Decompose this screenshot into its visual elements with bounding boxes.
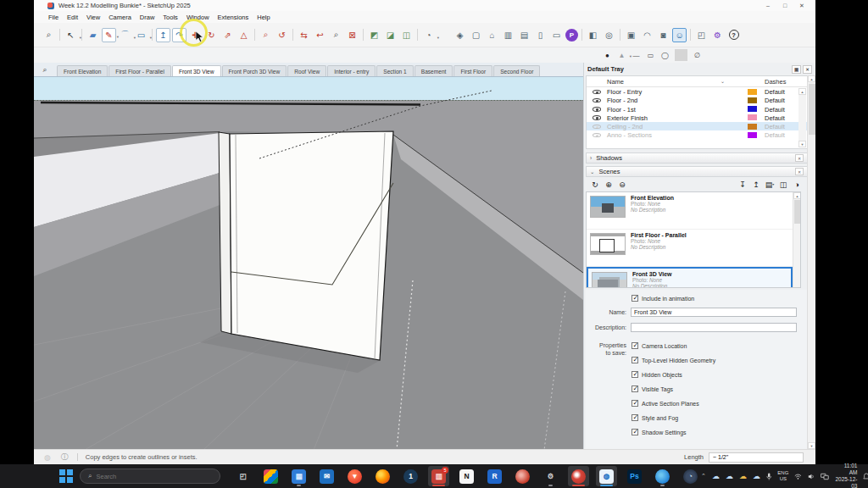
pushpull-tool-icon[interactable]: ↥ [156, 28, 170, 42]
scenes-close-button[interactable]: ✕ [795, 168, 804, 175]
record-camera-icon[interactable]: ▣ [624, 28, 638, 42]
predesign-icon[interactable]: P [565, 29, 578, 42]
save-property-checkbox[interactable] [632, 414, 638, 421]
tag-row[interactable]: Anno - Sections Default [587, 130, 807, 139]
save-property-checkbox[interactable] [632, 400, 638, 407]
tag-color-swatch[interactable] [748, 124, 757, 130]
zoom-extents-tool-icon[interactable]: ⊠ [345, 28, 359, 42]
style-rect-icon[interactable]: ▭ [644, 49, 657, 61]
scene-tab[interactable]: Front Elevation [57, 65, 108, 76]
zoom-previous-tool-icon[interactable]: ↩ [313, 28, 327, 42]
tray-pin-button[interactable]: ▣ [792, 65, 801, 74]
tray-close-button[interactable]: ✕ [803, 65, 812, 74]
component-box-icon[interactable]: ◧ [586, 28, 600, 42]
save-property-checkbox[interactable] [632, 371, 638, 378]
menu-item[interactable]: Edit [63, 12, 82, 23]
geolocation-icon[interactable]: ◍ [44, 453, 51, 462]
blue-tile-app-icon[interactable]: ▦ [288, 466, 309, 486]
update-scene-button[interactable]: ↻ [589, 179, 601, 190]
dark-circle-app-icon[interactable]: ◔ [680, 466, 701, 486]
add-location-tool-icon[interactable]: ◔ [421, 28, 436, 42]
settings-gear-icon[interactable]: ⚙ [540, 466, 561, 486]
save-property-checkbox[interactable] [632, 385, 638, 392]
style-circle-icon[interactable]: ◯ [659, 49, 671, 61]
save-property-row[interactable]: Top-Level Hidden Geometry [632, 357, 715, 363]
menu-item[interactable]: Camera [104, 12, 136, 23]
eraser-tool-icon[interactable]: ▰ [86, 28, 100, 42]
arc-tool-icon[interactable]: ⌒ [118, 28, 132, 42]
menu-item[interactable]: Extensions [214, 12, 253, 23]
target-icon[interactable]: ◎ [602, 28, 616, 42]
view-left-icon[interactable]: ▯ [533, 28, 548, 42]
red-swirl-app-icon[interactable] [512, 466, 533, 486]
scroll-up-icon[interactable]: ▲ [808, 75, 815, 82]
style-cone-icon[interactable]: ▲ [615, 49, 628, 61]
scene-tab[interactable]: Front Porch 3D View [222, 65, 287, 76]
scrollbar-thumb[interactable] [809, 84, 815, 135]
revit-icon[interactable]: R [484, 466, 505, 486]
separator[interactable] [690, 29, 691, 41]
menu-item[interactable]: File [44, 12, 63, 23]
save-property-row[interactable]: Style and Fog [632, 414, 678, 421]
view-top-icon[interactable]: ▢ [469, 28, 483, 42]
tag-color-swatch[interactable] [748, 132, 757, 138]
visibility-eye-icon[interactable] [593, 107, 601, 112]
menu-item[interactable]: Tools [159, 12, 182, 23]
separator[interactable] [59, 29, 60, 41]
scroll-up-icon[interactable]: ▲ [793, 192, 801, 199]
scroll-up-icon[interactable]: ▲ [798, 88, 806, 95]
view-iso-icon[interactable]: ◈ [453, 28, 467, 42]
warehouse-3d-icon[interactable]: ◰ [694, 28, 709, 42]
tray-scrollbar[interactable]: ▲ ▼ [807, 75, 815, 449]
chevron-right-icon[interactable]: › [590, 155, 592, 161]
scene-tab[interactable]: Interior - entry [327, 65, 376, 76]
cast-screens-icon[interactable] [821, 473, 829, 480]
model-viewport[interactable] [34, 77, 583, 449]
tags-scrollbar[interactable]: ▲ ▼ [798, 88, 806, 147]
clock[interactable]: 11:01 AM 2025-12-03 [835, 463, 858, 488]
scene-tab[interactable]: Basement [415, 65, 453, 76]
ai-assistant-icon[interactable]: ☺ [672, 28, 687, 42]
save-property-checkbox[interactable] [632, 429, 638, 435]
taskbar-search[interactable]: ⌕ [80, 469, 220, 484]
view-bottom-icon[interactable]: ▭ [549, 28, 564, 42]
scene-tab[interactable]: First Floor - Parallel [108, 65, 171, 76]
language-indicator[interactable]: ENGUS [777, 470, 788, 482]
separator[interactable] [292, 29, 293, 41]
scene-list-item[interactable]: Front Elevation Photo: None No Descripti… [587, 192, 793, 230]
visibility-eye-icon[interactable] [593, 90, 601, 95]
separator[interactable] [581, 29, 582, 41]
cloud-icon[interactable]: ☁ [753, 472, 760, 480]
photoshop-icon[interactable]: Ps [624, 466, 645, 486]
separator[interactable] [363, 29, 364, 41]
tag-row[interactable]: Floor - 2nd Default [587, 96, 807, 104]
tag-color-swatch[interactable] [748, 114, 757, 120]
spacer[interactable] [437, 28, 451, 42]
separator[interactable] [152, 29, 153, 41]
shadows-panel-header[interactable]: › Shadows ✕ [586, 152, 808, 164]
blue-globe-app-icon[interactable]: ◍ [596, 466, 617, 486]
outlook-icon[interactable]: ✉ [316, 466, 337, 486]
notion-icon[interactable]: N [456, 466, 477, 486]
pan-tool-icon[interactable]: ⇆ [297, 28, 311, 42]
help-icon[interactable]: ? [726, 28, 741, 42]
select-tool-icon[interactable]: ↖ [64, 28, 78, 42]
extension-warehouse-icon[interactable]: ⚙ [710, 28, 725, 42]
style-line-icon[interactable]: — [630, 49, 643, 61]
scene-tab[interactable]: First Floor [453, 65, 492, 76]
scrollbar-thumb[interactable] [794, 200, 800, 224]
notifications-bell-icon[interactable] [863, 472, 868, 481]
separator[interactable] [675, 49, 687, 61]
speaker-icon[interactable] [808, 473, 815, 480]
view-right-icon[interactable]: ▥ [501, 28, 515, 42]
visibility-eye-icon[interactable] [593, 98, 601, 103]
zoom-window-tool-icon[interactable]: ⌕ [259, 28, 273, 42]
section-display-toggle-icon[interactable]: ◪ [383, 28, 398, 42]
separator[interactable] [417, 29, 418, 41]
tag-color-swatch[interactable] [748, 89, 757, 95]
cloud-sync-icon[interactable]: ☁ [739, 472, 747, 480]
style-point-icon[interactable]: ● [601, 49, 614, 61]
brave-icon[interactable]: ▼ [344, 466, 365, 486]
visibility-eye-icon[interactable] [593, 133, 601, 138]
tags-dashes-column-header[interactable]: Dashes [765, 78, 786, 86]
